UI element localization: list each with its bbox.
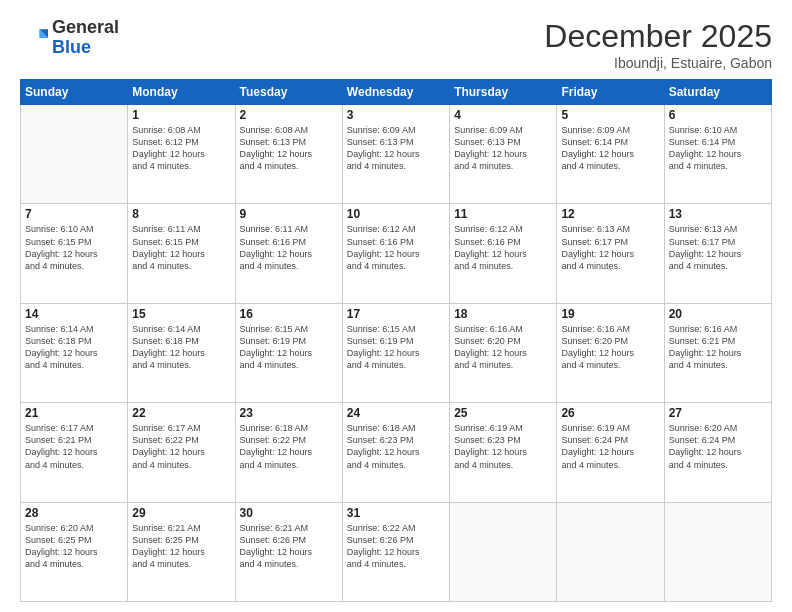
title-area: December 2025 Iboundji, Estuaire, Gabon [544,18,772,71]
day-info: Sunrise: 6:09 AM Sunset: 6:13 PM Dayligh… [454,124,552,173]
week-row-4: 28Sunrise: 6:20 AM Sunset: 6:25 PM Dayli… [21,502,772,601]
day-number: 31 [347,506,445,520]
day-info: Sunrise: 6:14 AM Sunset: 6:18 PM Dayligh… [132,323,230,372]
calendar-cell [450,502,557,601]
calendar-cell: 7Sunrise: 6:10 AM Sunset: 6:15 PM Daylig… [21,204,128,303]
day-info: Sunrise: 6:13 AM Sunset: 6:17 PM Dayligh… [669,223,767,272]
weekday-monday: Monday [128,80,235,105]
day-number: 21 [25,406,123,420]
calendar-cell [664,502,771,601]
calendar-cell: 6Sunrise: 6:10 AM Sunset: 6:14 PM Daylig… [664,105,771,204]
calendar-cell: 2Sunrise: 6:08 AM Sunset: 6:13 PM Daylig… [235,105,342,204]
day-number: 1 [132,108,230,122]
week-row-1: 7Sunrise: 6:10 AM Sunset: 6:15 PM Daylig… [21,204,772,303]
calendar-cell: 29Sunrise: 6:21 AM Sunset: 6:25 PM Dayli… [128,502,235,601]
day-info: Sunrise: 6:19 AM Sunset: 6:23 PM Dayligh… [454,422,552,471]
day-info: Sunrise: 6:20 AM Sunset: 6:25 PM Dayligh… [25,522,123,571]
day-number: 20 [669,307,767,321]
header: General Blue December 2025 Iboundji, Est… [20,18,772,71]
calendar-cell: 14Sunrise: 6:14 AM Sunset: 6:18 PM Dayli… [21,303,128,402]
location-title: Iboundji, Estuaire, Gabon [544,55,772,71]
day-number: 19 [561,307,659,321]
day-number: 7 [25,207,123,221]
day-number: 16 [240,307,338,321]
calendar-cell: 15Sunrise: 6:14 AM Sunset: 6:18 PM Dayli… [128,303,235,402]
day-info: Sunrise: 6:21 AM Sunset: 6:25 PM Dayligh… [132,522,230,571]
day-number: 2 [240,108,338,122]
calendar-cell: 12Sunrise: 6:13 AM Sunset: 6:17 PM Dayli… [557,204,664,303]
week-row-0: 1Sunrise: 6:08 AM Sunset: 6:12 PM Daylig… [21,105,772,204]
day-info: Sunrise: 6:09 AM Sunset: 6:14 PM Dayligh… [561,124,659,173]
day-number: 18 [454,307,552,321]
page: General Blue December 2025 Iboundji, Est… [0,0,792,612]
calendar-cell: 10Sunrise: 6:12 AM Sunset: 6:16 PM Dayli… [342,204,449,303]
weekday-saturday: Saturday [664,80,771,105]
calendar-cell: 24Sunrise: 6:18 AM Sunset: 6:23 PM Dayli… [342,403,449,502]
day-number: 3 [347,108,445,122]
day-info: Sunrise: 6:10 AM Sunset: 6:14 PM Dayligh… [669,124,767,173]
day-info: Sunrise: 6:14 AM Sunset: 6:18 PM Dayligh… [25,323,123,372]
day-number: 15 [132,307,230,321]
week-row-2: 14Sunrise: 6:14 AM Sunset: 6:18 PM Dayli… [21,303,772,402]
calendar-cell [21,105,128,204]
day-number: 29 [132,506,230,520]
day-info: Sunrise: 6:19 AM Sunset: 6:24 PM Dayligh… [561,422,659,471]
day-number: 5 [561,108,659,122]
calendar-cell: 17Sunrise: 6:15 AM Sunset: 6:19 PM Dayli… [342,303,449,402]
day-info: Sunrise: 6:11 AM Sunset: 6:16 PM Dayligh… [240,223,338,272]
day-number: 4 [454,108,552,122]
day-info: Sunrise: 6:18 AM Sunset: 6:23 PM Dayligh… [347,422,445,471]
day-number: 17 [347,307,445,321]
day-info: Sunrise: 6:12 AM Sunset: 6:16 PM Dayligh… [347,223,445,272]
day-info: Sunrise: 6:22 AM Sunset: 6:26 PM Dayligh… [347,522,445,571]
week-row-3: 21Sunrise: 6:17 AM Sunset: 6:21 PM Dayli… [21,403,772,502]
day-number: 24 [347,406,445,420]
weekday-thursday: Thursday [450,80,557,105]
weekday-header-row: SundayMondayTuesdayWednesdayThursdayFrid… [21,80,772,105]
weekday-friday: Friday [557,80,664,105]
calendar-cell: 16Sunrise: 6:15 AM Sunset: 6:19 PM Dayli… [235,303,342,402]
calendar-body: 1Sunrise: 6:08 AM Sunset: 6:12 PM Daylig… [21,105,772,602]
day-number: 30 [240,506,338,520]
calendar-cell: 19Sunrise: 6:16 AM Sunset: 6:20 PM Dayli… [557,303,664,402]
day-info: Sunrise: 6:21 AM Sunset: 6:26 PM Dayligh… [240,522,338,571]
calendar-cell: 21Sunrise: 6:17 AM Sunset: 6:21 PM Dayli… [21,403,128,502]
calendar-cell: 1Sunrise: 6:08 AM Sunset: 6:12 PM Daylig… [128,105,235,204]
day-info: Sunrise: 6:20 AM Sunset: 6:24 PM Dayligh… [669,422,767,471]
day-info: Sunrise: 6:09 AM Sunset: 6:13 PM Dayligh… [347,124,445,173]
day-number: 11 [454,207,552,221]
day-number: 23 [240,406,338,420]
calendar-cell: 11Sunrise: 6:12 AM Sunset: 6:16 PM Dayli… [450,204,557,303]
day-number: 27 [669,406,767,420]
calendar-cell: 25Sunrise: 6:19 AM Sunset: 6:23 PM Dayli… [450,403,557,502]
logo-blue: Blue [52,37,91,57]
logo-icon [20,24,48,52]
calendar-cell: 30Sunrise: 6:21 AM Sunset: 6:26 PM Dayli… [235,502,342,601]
calendar-cell: 13Sunrise: 6:13 AM Sunset: 6:17 PM Dayli… [664,204,771,303]
calendar-cell: 27Sunrise: 6:20 AM Sunset: 6:24 PM Dayli… [664,403,771,502]
day-info: Sunrise: 6:08 AM Sunset: 6:13 PM Dayligh… [240,124,338,173]
day-info: Sunrise: 6:10 AM Sunset: 6:15 PM Dayligh… [25,223,123,272]
calendar-cell: 9Sunrise: 6:11 AM Sunset: 6:16 PM Daylig… [235,204,342,303]
calendar-cell: 20Sunrise: 6:16 AM Sunset: 6:21 PM Dayli… [664,303,771,402]
calendar-cell: 8Sunrise: 6:11 AM Sunset: 6:15 PM Daylig… [128,204,235,303]
day-number: 10 [347,207,445,221]
day-number: 6 [669,108,767,122]
day-info: Sunrise: 6:16 AM Sunset: 6:21 PM Dayligh… [669,323,767,372]
calendar-cell: 18Sunrise: 6:16 AM Sunset: 6:20 PM Dayli… [450,303,557,402]
day-info: Sunrise: 6:16 AM Sunset: 6:20 PM Dayligh… [561,323,659,372]
calendar-cell: 3Sunrise: 6:09 AM Sunset: 6:13 PM Daylig… [342,105,449,204]
weekday-wednesday: Wednesday [342,80,449,105]
calendar-table: SundayMondayTuesdayWednesdayThursdayFrid… [20,79,772,602]
logo-area: General Blue [20,18,119,58]
day-info: Sunrise: 6:13 AM Sunset: 6:17 PM Dayligh… [561,223,659,272]
day-number: 28 [25,506,123,520]
logo-general: General [52,17,119,37]
calendar-cell: 23Sunrise: 6:18 AM Sunset: 6:22 PM Dayli… [235,403,342,502]
calendar-cell: 4Sunrise: 6:09 AM Sunset: 6:13 PM Daylig… [450,105,557,204]
calendar-cell: 26Sunrise: 6:19 AM Sunset: 6:24 PM Dayli… [557,403,664,502]
day-number: 8 [132,207,230,221]
day-info: Sunrise: 6:15 AM Sunset: 6:19 PM Dayligh… [347,323,445,372]
calendar-cell: 22Sunrise: 6:17 AM Sunset: 6:22 PM Dayli… [128,403,235,502]
day-number: 14 [25,307,123,321]
